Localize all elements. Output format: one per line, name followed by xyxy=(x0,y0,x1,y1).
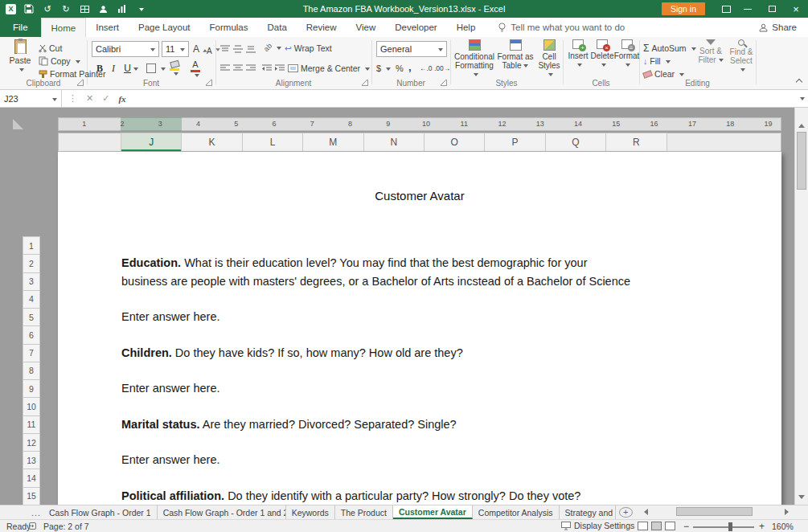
name-box[interactable]: J23 xyxy=(0,90,62,107)
row-header[interactable]: 2 xyxy=(23,255,40,272)
decrease-indent-button[interactable] xyxy=(262,62,272,75)
accounting-format-button[interactable]: $ xyxy=(376,62,391,75)
maximize-button[interactable] xyxy=(760,0,784,18)
macro-record-icon[interactable] xyxy=(29,522,36,530)
scroll-up-icon[interactable] xyxy=(795,117,808,130)
increase-decimal-button[interactable]: ←.0 xyxy=(420,62,433,75)
insert-function-icon[interactable]: fx xyxy=(118,94,125,104)
column-header[interactable]: R xyxy=(606,133,666,152)
tab-file[interactable]: File xyxy=(0,18,41,37)
sheet-row[interactable]: Enter answer here. xyxy=(121,451,630,469)
font-name-combo[interactable]: Calibri xyxy=(92,41,159,57)
ribbon-tab[interactable]: View xyxy=(347,18,386,37)
conditional-formatting-button[interactable]: ConditionalFormatting xyxy=(453,39,495,79)
align-center-button[interactable] xyxy=(233,62,243,75)
column-header[interactable]: Q xyxy=(546,133,606,152)
insert-cells-button[interactable]: + Insert xyxy=(567,39,589,69)
sheet-row[interactable] xyxy=(121,433,630,451)
sheet-row[interactable] xyxy=(121,290,630,308)
page-layout-view-button[interactable] xyxy=(651,522,662,530)
zoom-level[interactable]: 160% xyxy=(772,522,794,531)
zoom-slider-thumb[interactable] xyxy=(728,522,732,531)
sheet-tab[interactable]: Cash Flow Graph - Order 1 and 2 xyxy=(158,505,286,519)
undo-icon[interactable]: ↺ xyxy=(42,3,53,14)
underline-button[interactable]: U xyxy=(121,61,142,76)
table-icon[interactable] xyxy=(79,3,90,14)
decrease-font-size-button[interactable]: A xyxy=(207,44,221,57)
ribbon-tab[interactable]: Insert xyxy=(86,18,129,37)
scroll-right-icon[interactable] xyxy=(785,509,792,515)
column-header[interactable]: M xyxy=(303,133,363,152)
sheet-row[interactable]: Marital status. Are they married? Divorc… xyxy=(121,415,630,433)
sheet-row[interactable]: Political affiliation. Do they identify … xyxy=(121,487,630,505)
bottom-align-button[interactable] xyxy=(246,43,256,55)
sheet-tab[interactable]: Strategy and xyxy=(560,505,616,519)
normal-view-button[interactable] xyxy=(638,522,648,530)
enter-icon[interactable]: ✓ xyxy=(102,93,109,104)
formula-input[interactable] xyxy=(133,90,794,107)
column-header[interactable]: N xyxy=(364,133,425,152)
format-as-table-button[interactable]: Format asTable xyxy=(497,39,534,70)
sheet-row[interactable]: Enter answer here. xyxy=(121,308,630,325)
expand-formula-bar-icon[interactable] xyxy=(794,90,808,107)
column-header[interactable]: J xyxy=(121,133,182,152)
zoom-in-button[interactable]: + xyxy=(759,521,765,532)
ribbon-tab[interactable]: Formulas xyxy=(200,18,258,37)
autosum-button[interactable]: Σ AutoSum xyxy=(643,42,696,55)
scroll-down-icon[interactable] xyxy=(795,492,808,505)
align-left-button[interactable] xyxy=(220,62,230,75)
middle-align-button[interactable] xyxy=(233,43,243,55)
sheet-row[interactable] xyxy=(121,362,630,379)
sheet-tab[interactable]: Customer Avatar xyxy=(393,505,473,519)
ribbon-tab[interactable]: Review xyxy=(297,18,347,37)
tell-me-box[interactable]: Tell me what you want to do xyxy=(498,18,625,37)
row-header[interactable]: 15 xyxy=(23,488,40,505)
align-right-button[interactable] xyxy=(246,62,256,75)
top-align-button[interactable] xyxy=(220,43,230,55)
excel-app-icon[interactable]: X xyxy=(6,4,16,14)
column-header[interactable]: L xyxy=(243,133,303,152)
save-icon[interactable] xyxy=(23,3,35,14)
find-select-button[interactable]: Find &Select xyxy=(727,39,756,74)
ribbon-tab[interactable]: Help xyxy=(447,18,486,37)
sheet-row[interactable] xyxy=(121,236,630,254)
sheet-tab[interactable]: Cash Flow Graph - Order 1 xyxy=(43,505,158,519)
cell-styles-button[interactable]: CellStyles xyxy=(535,39,563,79)
bold-button[interactable]: B xyxy=(93,61,106,76)
row-header[interactable]: 7 xyxy=(23,345,40,362)
sort-filter-button[interactable]: Sort &Filter xyxy=(696,39,725,64)
sheet-tab[interactable]: Competitor Analysis xyxy=(473,505,560,519)
row-header[interactable]: 4 xyxy=(23,291,40,309)
chart-icon[interactable] xyxy=(116,3,127,14)
row-header[interactable]: 11 xyxy=(23,416,40,434)
row-header[interactable]: 12 xyxy=(23,434,40,452)
close-button[interactable]: × xyxy=(784,0,808,18)
page-break-view-button[interactable] xyxy=(665,522,675,530)
number-dialog-launcher-icon[interactable] xyxy=(441,80,447,86)
vertical-scrollbar[interactable] xyxy=(794,108,808,505)
row-header[interactable]: 1 xyxy=(23,237,40,255)
new-sheet-button[interactable]: + xyxy=(619,507,633,518)
percent-style-button[interactable]: % xyxy=(396,62,404,75)
sheet-tab-overflow-button[interactable]: ... xyxy=(29,505,43,519)
minimize-button[interactable] xyxy=(736,0,760,18)
cancel-icon[interactable]: ✕ xyxy=(86,93,93,104)
sheet-row[interactable]: business are people with masters' degree… xyxy=(121,272,630,290)
fill-button[interactable]: ↓ Fill xyxy=(643,55,671,68)
ribbon-tab[interactable]: Home xyxy=(41,18,87,37)
column-header[interactable]: O xyxy=(425,133,485,152)
user-icon[interactable] xyxy=(97,3,109,14)
ribbon-tab[interactable]: Page Layout xyxy=(129,18,200,37)
formula-bar-grip-icon[interactable]: ⋮ xyxy=(68,93,77,104)
share-button[interactable]: Share xyxy=(759,18,808,37)
row-header[interactable]: 5 xyxy=(23,309,40,326)
sheet-tab[interactable]: Keywords xyxy=(286,505,335,519)
row-header[interactable]: 9 xyxy=(23,380,40,398)
wrap-text-button[interactable]: ↩ Wrap Text xyxy=(285,42,332,55)
ribbon-tab[interactable]: Data xyxy=(258,18,297,37)
column-header[interactable]: P xyxy=(485,133,545,152)
merge-center-button[interactable]: Merge & Center xyxy=(288,62,370,75)
redo-icon[interactable]: ↻ xyxy=(60,3,72,14)
decrease-decimal-button[interactable]: .00→ xyxy=(434,62,450,75)
row-header[interactable]: 13 xyxy=(23,452,40,469)
